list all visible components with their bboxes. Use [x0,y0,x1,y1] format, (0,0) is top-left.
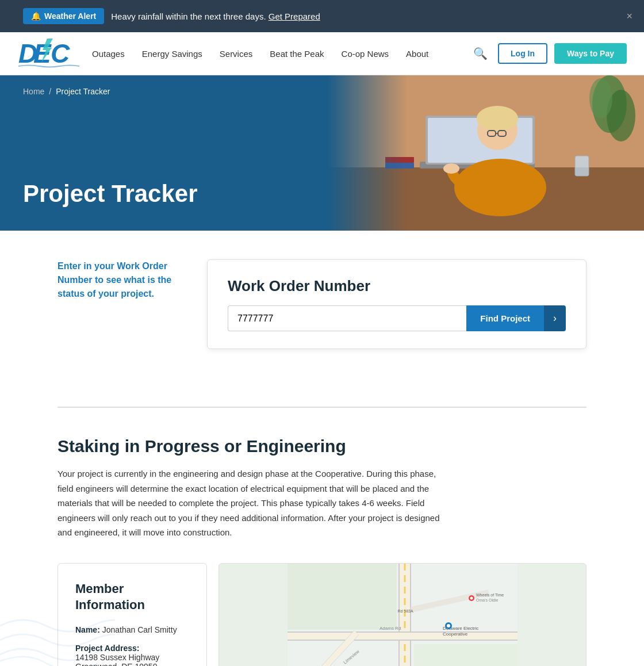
svg-point-39 [470,596,473,599]
navbar: D E C Outages Energy Savings Services Be… [0,32,644,75]
svg-text:Adams Rd: Adams Rd [379,626,401,631]
member-card-title: Member Information [75,581,189,614]
nav-actions: 🔍 Log In Ways to Pay [470,43,627,64]
alert-bar: 🔔 Weather Alert Heavy rainfall within th… [0,0,644,32]
nav-beat-the-peak[interactable]: Beat the Peak [270,49,324,59]
work-order-box: Work Order Number Find Project › [207,259,586,349]
search-input-row: Find Project › [228,305,566,331]
section-divider [57,407,586,408]
nav-outages[interactable]: Outages [92,49,125,59]
svg-text:C: C [51,39,70,68]
page-title: Project Tracker [23,180,198,208]
hero-overlay [328,75,644,231]
work-order-title: Work Order Number [228,277,566,295]
breadcrumb: Home / Project Tracker [23,87,110,96]
map-card: Rd 583A Delaware Electric Cooperative Wh… [218,563,586,667]
work-order-input[interactable] [228,305,466,331]
dec-logo-svg: D E C [17,36,80,71]
login-button[interactable]: Log In [498,43,547,64]
svg-rect-30 [288,640,518,641]
ways-to-pay-button[interactable]: Ways to Pay [554,43,627,64]
svg-text:Cooperative: Cooperative [443,631,468,637]
name-value: Jonathan Carl Smitty [102,625,177,634]
svg-rect-28 [288,633,518,641]
svg-rect-32 [414,644,518,667]
main-content: Enter in your Work Order Number to see w… [0,231,644,407]
search-section: Enter in your Work Order Number to see w… [57,259,586,349]
project-description: Your project is currently in the enginee… [57,466,448,540]
member-name-field: Name: Jonathan Carl Smitty [75,625,189,634]
search-button[interactable]: 🔍 [470,43,491,64]
logo[interactable]: D E C [17,36,75,71]
svg-rect-29 [288,631,518,633]
nav-co-op-news[interactable]: Co-op News [342,49,389,59]
bell-icon: 🔔 [31,12,41,21]
hero-section: Home / Project Tracker Project Tracker [0,75,644,231]
find-project-arrow-button[interactable]: › [544,305,566,331]
nav-energy-savings[interactable]: Energy Savings [142,49,202,59]
breadcrumb-current: Project Tracker [56,87,110,96]
svg-text:Oma's Oldie: Oma's Oldie [476,598,498,602]
member-card: Member Information Name: Jonathan Carl S… [57,563,207,667]
search-hint: Enter in your Work Order Number to see w… [57,259,172,301]
nav-links: Outages Energy Savings Services Beat the… [92,49,470,59]
alert-message: Heavy rainfall within the next three day… [111,12,621,21]
map-svg: Rd 583A Delaware Electric Cooperative Wh… [219,564,586,667]
member-address-field: Project Address: 14198 Sussex Highway Gr… [75,644,189,666]
search-icon: 🔍 [473,47,488,60]
svg-rect-26 [398,564,400,667]
address-label: Project Address: [75,644,189,653]
svg-point-37 [447,624,450,627]
alert-badge: 🔔 Weather Alert [23,8,104,24]
close-icon[interactable]: × [626,10,632,22]
breadcrumb-separator: / [49,87,51,96]
nav-about[interactable]: About [406,49,428,59]
project-section: Staking in Progress or Engineering Your … [0,437,644,666]
alert-badge-label: Weather Alert [44,12,96,21]
info-cards: Member Information Name: Jonathan Carl S… [57,563,586,667]
name-label: Name: [75,625,100,634]
address-line2: Greenwood, DE 19950 [75,662,189,666]
svg-text:Rd 583A: Rd 583A [397,609,413,613]
svg-rect-27 [410,564,411,667]
nav-services[interactable]: Services [220,49,253,59]
project-status-title: Staking in Progress or Engineering [57,437,586,456]
breadcrumb-home[interactable]: Home [23,87,44,96]
arrow-icon: › [553,312,557,324]
find-project-button[interactable]: Find Project [466,305,544,331]
hero-content: Project Tracker [0,180,221,231]
svg-rect-31 [288,564,397,630]
svg-text:Wheels of Time: Wheels of Time [476,593,504,597]
alert-link[interactable]: Get Prepared [269,12,320,21]
address-line1: 14198 Sussex Highway [75,653,189,662]
